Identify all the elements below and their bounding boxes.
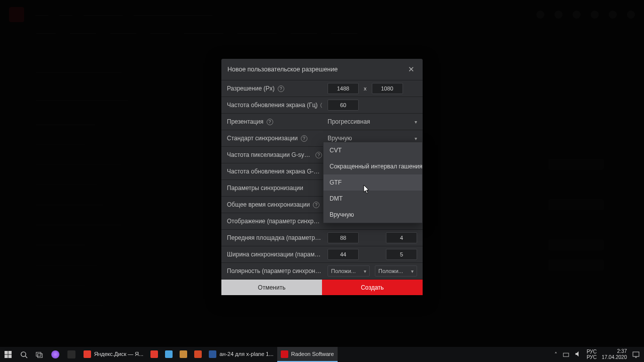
resolution-width-input[interactable] [328, 83, 359, 94]
row-resolution: Разрешение (Px)? x [221, 80, 423, 97]
task-icon [180, 350, 187, 358]
svg-point-4 [21, 351, 26, 356]
tray-notifications-icon[interactable] [632, 350, 640, 358]
help-icon[interactable]: ? [267, 119, 273, 125]
refresh-rate-input[interactable] [328, 100, 359, 111]
cancel-button[interactable]: Отменить [221, 280, 322, 295]
task-view-button[interactable] [32, 347, 47, 362]
modal-title: Новое пользовательское разрешение [227, 66, 338, 73]
option-cvt[interactable]: CVT [324, 142, 422, 158]
sync-width-v-input[interactable] [386, 249, 417, 260]
svg-rect-7 [38, 353, 42, 357]
task-icon [281, 350, 288, 358]
taskbar-task[interactable]: Radeon Software [277, 347, 338, 362]
task-label: Яндекс.Диск — Я... [94, 351, 143, 357]
task-icon [84, 350, 91, 358]
row-front-porch: Передняя площадка (параметр синхрон [221, 229, 423, 246]
task-icon [150, 350, 158, 358]
task-icon [209, 350, 216, 358]
presentation-select[interactable]: Прогрессивная ▾ [322, 114, 423, 130]
label-timing-total: Общее время синхронизации [227, 201, 310, 208]
help-icon[interactable]: ? [301, 135, 307, 142]
pinned-app[interactable] [64, 347, 79, 362]
tray-volume-icon[interactable] [575, 350, 582, 358]
label-timing-std: Стандарт синхронизации [227, 135, 298, 142]
front-porch-h-input[interactable] [328, 232, 359, 243]
modal-title-bar: Новое пользовательское разрешение ✕ [221, 59, 423, 80]
option-manual[interactable]: Вручную [324, 207, 422, 223]
svg-rect-1 [9, 351, 12, 354]
label-gsync-refresh: Частота обновления экрана G-Sync (Гц) [227, 168, 322, 175]
option-dmt[interactable]: DMT [324, 191, 422, 207]
polarity-v-select[interactable]: Положи...▾ [375, 265, 417, 277]
taskbar-task[interactable]: Яндекс.Диск — Я... [80, 347, 147, 362]
chevron-down-icon: ▾ [411, 268, 414, 274]
help-icon[interactable]: ? [315, 152, 322, 158]
tray-network-icon[interactable] [562, 350, 570, 358]
svg-rect-0 [5, 351, 8, 354]
svg-rect-3 [9, 354, 12, 358]
row-refresh: Частота обновления экрана (Гц)? [221, 97, 423, 113]
taskbar-task[interactable] [147, 347, 162, 362]
tray-clock[interactable]: 2:37 17.04.2020 [602, 348, 627, 360]
task-label: Radeon Software [291, 351, 334, 357]
sync-width-h-input[interactable] [328, 249, 359, 260]
windows-taskbar: Яндекс.Диск — Я...ан-24 для x-plane 1...… [0, 347, 644, 362]
times-separator: x [364, 85, 367, 92]
search-button[interactable] [17, 347, 31, 362]
help-icon[interactable]: ? [313, 202, 319, 208]
label-sync-width: Ширина синхронизации (параметр синх [227, 251, 322, 258]
label-polarity: Полярность (параметр синхронизации) [227, 267, 322, 275]
option-cvt-rb[interactable]: Сокращенный интервал гашения (... [324, 158, 422, 174]
task-label: ан-24 для x-plane 1... [219, 351, 273, 357]
taskbar-task[interactable]: ан-24 для x-plane 1... [205, 347, 277, 362]
create-button[interactable]: Создать [322, 280, 423, 295]
polarity-h-select[interactable]: Положи...▾ [328, 265, 370, 277]
timing-std-value: Вручную [328, 135, 352, 142]
help-icon[interactable]: ? [278, 85, 284, 92]
taskbar-task[interactable] [162, 347, 176, 362]
modal-footer: Отменить Создать [221, 279, 423, 295]
label-timing-params: Параметры синхронизации [227, 185, 303, 192]
label-refresh: Частота обновления экрана (Гц) [227, 102, 317, 109]
svg-rect-8 [564, 353, 569, 356]
svg-rect-2 [5, 354, 8, 358]
presentation-value: Прогрессивная [328, 118, 370, 125]
start-button[interactable] [1, 347, 16, 362]
label-presentation: Презентация [227, 118, 264, 125]
pinned-app[interactable] [48, 347, 63, 362]
task-icon [194, 350, 202, 358]
option-gtf[interactable]: GTF [324, 174, 422, 191]
svg-rect-6 [36, 352, 41, 356]
label-gsync-pixclk: Частота пикселизации G-sync (кГц) [227, 151, 312, 158]
row-presentation: Презентация? Прогрессивная ▾ [221, 113, 423, 130]
resolution-height-input[interactable] [372, 83, 403, 94]
front-porch-v-input[interactable] [386, 232, 417, 243]
tray-chevron-icon[interactable]: ˄ [554, 351, 557, 358]
chevron-down-icon: ▾ [364, 268, 366, 274]
chevron-down-icon: ▾ [415, 136, 417, 141]
svg-rect-9 [633, 352, 639, 356]
taskbar-task[interactable] [176, 347, 191, 362]
close-icon[interactable]: ✕ [406, 64, 417, 75]
label-timing-display: Отображение (параметр синхронизации) [227, 218, 322, 225]
label-front-porch: Передняя площадка (параметр синхрон [227, 234, 322, 241]
row-sync-width: Ширина синхронизации (параметр синх [221, 246, 423, 262]
tray-language[interactable]: РУС РУС [587, 349, 597, 360]
svg-line-5 [25, 356, 27, 358]
row-polarity: Полярность (параметр синхронизации) Поло… [221, 262, 423, 279]
timing-standard-dropdown: CVT Сокращенный интервал гашения (... GT… [323, 142, 423, 223]
chevron-down-icon: ▾ [415, 119, 417, 125]
label-resolution: Разрешение (Px) [227, 85, 275, 92]
taskbar-task[interactable] [191, 347, 205, 362]
taskbar-tray: ˄ РУС РУС 2:37 17.04.2020 [554, 348, 643, 360]
task-icon [165, 350, 173, 358]
